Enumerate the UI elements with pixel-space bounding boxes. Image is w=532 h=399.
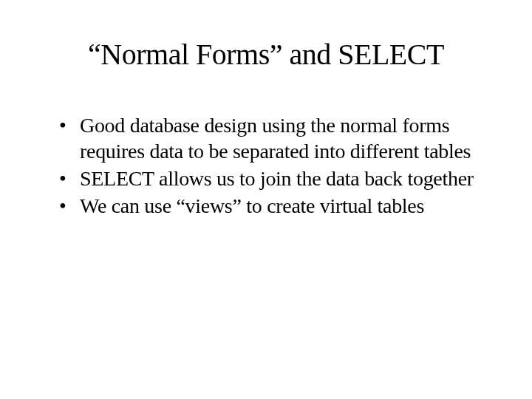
list-item: Good database design using the normal fo… xyxy=(59,112,488,164)
slide-title: “Normal Forms” and SELECT xyxy=(44,37,488,72)
bullet-list: Good database design using the normal fo… xyxy=(44,112,488,219)
list-item: We can use “views” to create virtual tab… xyxy=(59,193,488,219)
list-item: SELECT allows us to join the data back t… xyxy=(59,166,488,191)
slide: “Normal Forms” and SELECT Good database … xyxy=(0,0,532,399)
